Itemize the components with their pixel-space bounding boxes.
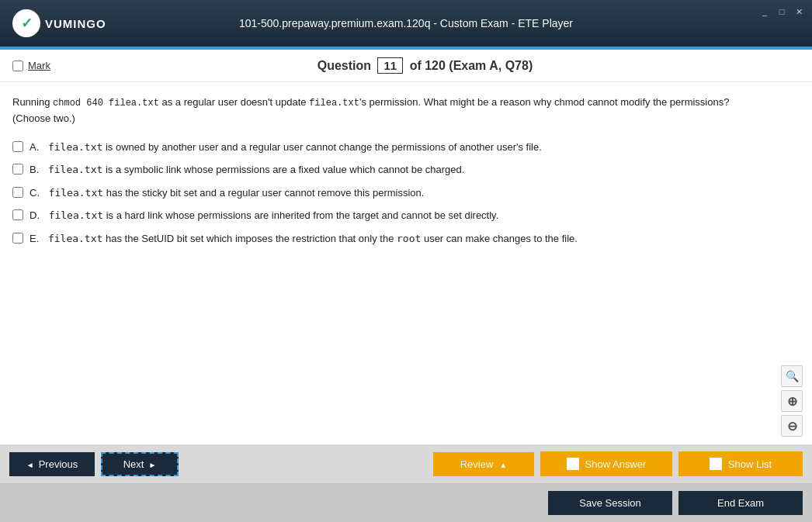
next-label: Next: [123, 458, 144, 470]
logo-text: VUMINGO: [45, 17, 106, 30]
answer-text-e: filea.txt has the SetUID bit set which i…: [48, 231, 578, 247]
mark-area[interactable]: Mark: [12, 60, 50, 71]
prev-label: Previous: [39, 458, 78, 470]
bottom-toolbar: Previous Next Review Show Answer Show Li…: [0, 444, 812, 522]
question-body: Running chmod 640 filea.txt as a regular…: [0, 82, 812, 261]
answer-option-b: B. filea.txt is a symbolic link whose pe…: [12, 162, 800, 178]
answer-option-d: D. filea.txt is a hard link whose permis…: [12, 208, 800, 223]
answer-letter-d: D.: [29, 208, 43, 223]
content-wrapper: Running chmod 640 filea.txt as a regular…: [0, 82, 812, 444]
mark-checkbox[interactable]: [12, 60, 23, 71]
save-session-button[interactable]: Save Session: [548, 491, 672, 515]
show-answer-label: Show Answer: [585, 458, 647, 470]
checkbox-b[interactable]: [12, 164, 23, 175]
minimize-button[interactable]: _: [758, 6, 772, 17]
zoom-in-icon[interactable]: ⊕: [781, 390, 803, 412]
question-text: Running chmod 640 filea.txt as a regular…: [12, 95, 800, 127]
show-answer-icon: [567, 458, 579, 470]
end-exam-button[interactable]: End Exam: [678, 491, 803, 515]
checkbox-c[interactable]: [12, 187, 23, 198]
answer-letter-e: E.: [29, 231, 42, 247]
end-exam-label: End Exam: [717, 497, 764, 509]
answer-text-d: filea.txt is a hard link whose permissio…: [49, 208, 499, 223]
search-icon[interactable]: 🔍: [781, 365, 803, 387]
review-button[interactable]: Review: [433, 452, 534, 476]
answer-option-c: C. filea.txt has the sticky bit set and …: [12, 185, 800, 201]
show-list-icon: [710, 458, 722, 470]
previous-button[interactable]: Previous: [9, 452, 95, 476]
zoom-controls: 🔍 ⊕ ⊖: [781, 365, 803, 437]
toolbar-row-1: Previous Next Review Show Answer Show Li…: [0, 444, 812, 483]
save-session-label: Save Session: [579, 497, 641, 509]
logo-icon: ✓: [12, 9, 40, 37]
answer-letter-c: C.: [29, 185, 43, 201]
checkbox-e[interactable]: [12, 233, 23, 244]
show-list-button[interactable]: Show List: [678, 451, 803, 476]
checkbox-d[interactable]: [12, 209, 23, 220]
answer-letter-b: B.: [29, 162, 42, 178]
close-button[interactable]: ✕: [792, 6, 806, 17]
logo-area: ✓ VUMINGO: [12, 9, 106, 37]
answer-option-e: E. filea.txt has the SetUID bit set whic…: [12, 231, 800, 247]
window-title: 101-500.prepaway.premium.exam.120q - Cus…: [239, 17, 573, 29]
toolbar-row-2: Save Session End Exam: [0, 483, 812, 522]
mark-label[interactable]: Mark: [28, 60, 50, 71]
review-arrow-icon: [499, 458, 507, 470]
show-list-label: Show List: [728, 458, 772, 470]
question-label: Question: [318, 59, 371, 72]
next-button[interactable]: Next: [101, 452, 179, 476]
main-area: Mark Question 11 of 120 (Exam A, Q78) Ru…: [0, 50, 812, 444]
prev-arrow-icon: [26, 458, 34, 470]
question-of-total: of 120 (Exam A, Q78): [410, 59, 533, 72]
answer-text-a: filea.txt is owned by another user and a…: [48, 140, 542, 155]
checkbox-a[interactable]: [12, 141, 23, 152]
window-controls[interactable]: _ □ ✕: [758, 6, 806, 17]
answer-text-b: filea.txt is a symbolic link whose permi…: [48, 162, 465, 178]
answer-text-c: filea.txt has the sticky bit set and a r…: [49, 185, 425, 201]
question-num-box: 11: [377, 57, 403, 74]
next-arrow-icon: [148, 458, 156, 470]
question-number-display: Question 11 of 120 (Exam A, Q78): [50, 57, 800, 74]
zoom-out-icon[interactable]: ⊖: [781, 415, 803, 437]
question-header: Mark Question 11 of 120 (Exam A, Q78): [0, 50, 812, 82]
answer-letter-a: A.: [29, 140, 42, 155]
title-bar: ✓ VUMINGO 101-500.prepaway.premium.exam.…: [0, 0, 812, 47]
show-answer-button[interactable]: Show Answer: [540, 451, 672, 476]
maximize-button[interactable]: □: [775, 6, 789, 17]
answer-option-a: A. filea.txt is owned by another user an…: [12, 140, 800, 155]
review-label: Review: [460, 458, 494, 470]
